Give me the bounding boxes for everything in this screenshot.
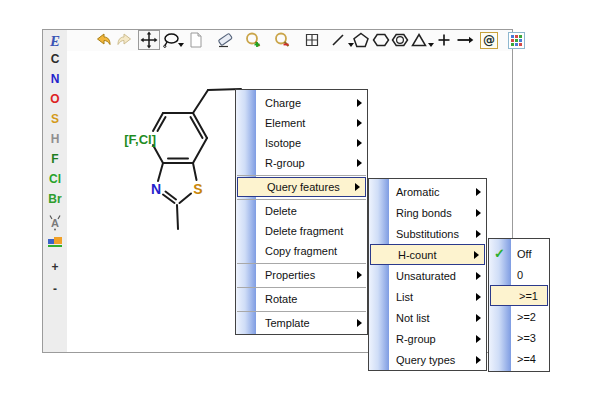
menu-item-substitutions[interactable]: Substitutions	[369, 223, 486, 244]
submenu-arrow-icon	[476, 314, 481, 322]
menu-item-delete[interactable]: Delete	[236, 201, 367, 221]
sidebar-element-cl[interactable]: Cl	[43, 171, 67, 187]
sidebar-element-n[interactable]: N	[43, 71, 67, 87]
zoom-out-icon[interactable]	[273, 31, 291, 49]
submenu-arrow-icon	[476, 188, 481, 196]
pentagon-tool-icon[interactable]	[352, 31, 370, 49]
zoom-plus-button[interactable]: +	[43, 259, 67, 275]
menu-item-rotate[interactable]: Rotate	[236, 289, 367, 309]
menu-item-unsaturated[interactable]: Unsaturated	[369, 265, 486, 286]
menu-item-h-count[interactable]: H-count	[370, 244, 485, 265]
submenu-arrow-icon	[476, 230, 481, 238]
grid-icon[interactable]	[303, 31, 321, 49]
menu-item-not-list[interactable]: Not list	[369, 307, 486, 328]
submenu-arrow-icon	[474, 251, 479, 259]
h-count-submenu: ✓ Off 0 >=1 >=2 >=3 >=4	[488, 238, 550, 372]
any-atom-icon[interactable]: A	[43, 213, 67, 235]
menu-item-copy-fragment[interactable]: Copy fragment	[236, 241, 367, 261]
edit-mode-button[interactable]: E	[43, 33, 67, 49]
menu-item-r-group[interactable]: R-group	[236, 153, 367, 173]
menu-item-ge1[interactable]: >=1	[490, 285, 548, 306]
sidebar-element-s[interactable]: S	[43, 111, 67, 127]
move-tool-icon[interactable]	[140, 31, 158, 49]
bond-tool-icon[interactable]	[329, 31, 347, 49]
color-palette-icon[interactable]	[43, 236, 67, 252]
menu-item-element[interactable]: Element	[236, 113, 367, 133]
menu-item-0[interactable]: 0	[489, 264, 549, 285]
undo-icon[interactable]	[94, 31, 112, 49]
sidebar-element-f[interactable]: F	[43, 151, 67, 167]
submenu-arrow-icon	[476, 335, 481, 343]
menu-item-off[interactable]: ✓ Off	[489, 243, 549, 264]
submenu-arrow-icon	[357, 159, 362, 167]
check-icon: ✓	[494, 246, 505, 262]
sidebar-element-h[interactable]: H	[43, 131, 67, 147]
sidebar-element-o[interactable]: O	[43, 91, 67, 107]
submenu-arrow-icon	[355, 183, 360, 191]
sidebar-element-c[interactable]: C	[43, 51, 67, 67]
zoom-minus-button[interactable]: -	[43, 281, 67, 297]
menu-item-properties[interactable]: Properties	[236, 265, 367, 285]
lasso-dropdown-caret[interactable]	[178, 43, 184, 47]
sidebar-element-br[interactable]: Br	[43, 191, 67, 207]
menu-item-ge3[interactable]: >=3	[489, 327, 549, 348]
submenu-arrow-icon	[476, 356, 481, 364]
menu-item-query-features[interactable]: Query features	[237, 177, 366, 197]
triangle-tool-icon[interactable]	[410, 31, 428, 49]
query-features-submenu: Aromatic Ring bonds Substitutions H-coun…	[368, 178, 487, 371]
eraser-icon[interactable]	[216, 31, 234, 49]
benzene-tool-icon[interactable]	[391, 31, 409, 49]
color-table-icon[interactable]	[507, 31, 525, 49]
menu-item-template[interactable]: Template	[236, 313, 367, 333]
menu-item-ring-bonds[interactable]: Ring bonds	[369, 202, 486, 223]
menu-item-ge4[interactable]: >=4	[489, 348, 549, 369]
submenu-arrow-icon	[357, 319, 362, 327]
menu-item-query-types[interactable]: Query types	[369, 349, 486, 370]
menu-item-charge[interactable]: Charge	[236, 93, 367, 113]
submenu-arrow-icon	[357, 99, 362, 107]
submenu-arrow-icon	[476, 209, 481, 217]
menu-item-delete-fragment[interactable]: Delete fragment	[236, 221, 367, 241]
reaction-arrow-icon[interactable]	[456, 31, 474, 49]
triangle-dropdown-caret[interactable]	[428, 43, 434, 47]
menu-item-list[interactable]: List	[369, 286, 486, 307]
submenu-arrow-icon	[357, 119, 362, 127]
hexagon-tool-icon[interactable]	[372, 31, 390, 49]
menu-item-r-group-sub[interactable]: R-group	[369, 328, 486, 349]
submenu-arrow-icon	[357, 271, 362, 279]
submenu-arrow-icon	[357, 139, 362, 147]
atom-context-menu: Charge Element Isotope R-group Query fea…	[235, 89, 368, 335]
at-symbol-icon[interactable]: @	[480, 31, 498, 49]
element-sidebar: E C N O S H F Cl Br A + -	[43, 30, 68, 352]
zoom-in-icon[interactable]	[244, 31, 262, 49]
plus-tool-icon[interactable]	[435, 31, 453, 49]
menu-item-ge2[interactable]: >=2	[489, 306, 549, 327]
menu-item-aromatic[interactable]: Aromatic	[369, 181, 486, 202]
menu-item-isotope[interactable]: Isotope	[236, 133, 367, 153]
redo-icon[interactable]	[116, 31, 134, 49]
new-document-icon[interactable]	[187, 31, 205, 49]
main-toolbar: @	[67, 30, 512, 52]
submenu-arrow-icon	[476, 272, 481, 280]
submenu-arrow-icon	[476, 293, 481, 301]
